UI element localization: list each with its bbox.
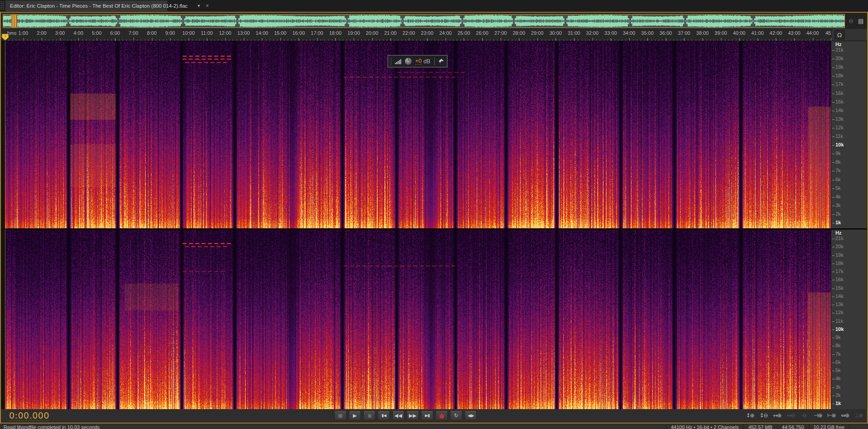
loop-button[interactable]: ↻ <box>450 410 462 420</box>
freq-label: 6k <box>835 177 841 182</box>
zoom-out-horizontal-button[interactable]: ↔⊖ <box>785 410 797 420</box>
overview-position-handle[interactable] <box>11 14 17 28</box>
overview-zoom-out-icon[interactable]: ⊖ <box>849 18 854 24</box>
freq-label: 21k <box>835 236 844 241</box>
freq-label: 8k <box>835 343 841 348</box>
skip-back-button[interactable]: ▮◀ <box>378 410 390 420</box>
gain-unit-label: dB <box>423 58 430 65</box>
ruler-label: 13:00 <box>237 30 250 36</box>
skip-mode-button[interactable]: ◀▮▶ <box>465 410 477 420</box>
zoom-out-point-button[interactable]: ⊢⊕ <box>825 410 837 420</box>
freq-label: 11k <box>835 133 843 139</box>
hud-grip[interactable] <box>389 57 392 65</box>
frequency-scale-left[interactable]: Hz21k20k19k18k17k16k15k14k13k12k11k10k9k… <box>831 41 867 228</box>
ruler-label: 35:00 <box>641 30 654 36</box>
play-button[interactable]: ▶ <box>349 410 361 420</box>
ruler-label: 41:00 <box>751 30 764 36</box>
zoom-in-point-button[interactable]: ⊣⊕ <box>812 410 824 420</box>
rewind-button[interactable]: ◀◀ <box>392 410 404 420</box>
freq-label: 7k <box>835 351 841 357</box>
freq-label: 20k <box>835 244 844 249</box>
frequency-scale-right[interactable]: Hz21k20k19k18k17k16k15k14k13k12k11k10k9k… <box>831 230 867 409</box>
ruler-label: 11:00 <box>201 30 213 36</box>
ruler-label: 28:00 <box>512 30 525 36</box>
ruler-label: 21:00 <box>384 30 397 36</box>
spectrogram-right-canvas[interactable] <box>5 230 831 409</box>
gain-value[interactable]: +0 <box>415 58 422 65</box>
panel-grip[interactable] <box>0 1 5 10</box>
stop-button[interactable]: ■ <box>334 410 346 420</box>
fast-forward-button[interactable]: ▶▶ <box>407 410 419 420</box>
freq-label: 19k <box>835 64 844 70</box>
status-free-space: 10.23 GB free <box>809 424 849 429</box>
left-gutter <box>1 41 5 228</box>
levels-icon[interactable] <box>395 59 401 64</box>
ruler-label: 1:00 <box>19 30 28 36</box>
audition-window: Editor: Eric Clapton - Time Pieces - The… <box>0 0 868 429</box>
ruler-right-box: Ω <box>831 29 867 41</box>
zoom-out-vertical-button[interactable]: ↕⊖ <box>758 410 769 420</box>
gain-knob[interactable] <box>404 57 412 65</box>
ruler-label: 34:00 <box>623 30 636 36</box>
freq-label: 7k <box>835 168 841 173</box>
freq-label: 12k <box>835 125 844 130</box>
ruler-label: 38:00 <box>696 30 709 36</box>
zoom-in-horizontal-button[interactable]: ↔⊕ <box>771 410 783 420</box>
zoom-in-vertical-button[interactable]: ↕⊕ <box>744 410 756 420</box>
freq-label: 15k <box>835 99 844 104</box>
tab-dropdown-icon[interactable]: ▼ <box>195 4 203 8</box>
record-button[interactable]: ● <box>436 410 448 420</box>
overview-strip: ⊖ ▤ <box>1 13 867 29</box>
tab-close-icon[interactable]: × <box>204 3 211 9</box>
editor-tab-title: Editor: Eric Clapton - Time Pieces - The… <box>10 3 188 9</box>
ruler-label: 14:00 <box>256 30 268 36</box>
zoom-selection-vertical-button[interactable]: ⊥⊕ <box>853 410 864 420</box>
freq-label: 14k <box>835 293 844 299</box>
transport-bar: 0:00.000 ■ ▶ ▮▮ ▮◀ ◀◀ ▶▶ ▶▮ ● ↻ ◀▮▶ ↕⊕ ↕… <box>1 409 867 423</box>
snap-magnet-button[interactable]: Ω <box>835 30 844 39</box>
ruler-label: 2:00 <box>37 30 46 36</box>
ruler-label: 32:00 <box>586 30 599 36</box>
ruler-label: 25:00 <box>458 30 470 36</box>
pause-button[interactable]: ▮▮ <box>363 410 375 420</box>
freq-label: 6k <box>835 359 841 365</box>
zoom-selection-button[interactable]: ⇔⊕ <box>839 410 851 420</box>
overview-panel-menu-icon[interactable]: ▤ <box>858 18 863 24</box>
playhead-handle[interactable] <box>1 33 9 41</box>
ruler-label: 10:00 <box>182 30 195 36</box>
status-file-size: 452.57 MB <box>743 424 777 429</box>
overview-icons: ⊖ ▤ <box>849 18 863 24</box>
editor-panel: ⊖ ▤ hms 45 1:002:003:004:005:006:007:008… <box>0 12 868 424</box>
ruler-label: 37:00 <box>678 30 691 36</box>
ruler-label: 7:00 <box>128 30 138 36</box>
freq-label: 3k <box>835 384 841 390</box>
freq-label: 19k <box>835 252 844 258</box>
spectrogram-channel-left: Hz21k20k19k18k17k16k15k14k13k12k11k10k9k… <box>1 41 867 228</box>
editor-tab[interactable]: Editor: Eric Clapton - Time Pieces - The… <box>5 0 168 11</box>
freq-label: 17k <box>835 81 844 87</box>
freq-label: 9k <box>835 151 841 156</box>
overview-waveform[interactable] <box>3 14 845 28</box>
zoom-out-full-button[interactable]: ⊖ <box>798 410 810 420</box>
freq-label: 13k <box>835 302 844 307</box>
freq-label: 17k <box>835 269 844 274</box>
ruler-label: 17:00 <box>311 30 323 36</box>
freq-label: 20k <box>835 56 844 61</box>
overview-waveform-canvas[interactable] <box>3 14 844 28</box>
freq-label: 18k <box>835 73 844 78</box>
ruler-label: 8:00 <box>147 30 157 36</box>
freq-label: 3k <box>835 203 841 208</box>
freq-label: 16k <box>835 277 844 282</box>
ruler-label: 12:00 <box>219 30 232 36</box>
ruler-label: 36:00 <box>659 30 672 36</box>
spectrogram-left-canvas[interactable] <box>5 41 831 228</box>
ruler-label: 39:00 <box>715 30 727 36</box>
pin-icon[interactable] <box>438 58 444 64</box>
current-time-display[interactable]: 0:00.000 <box>9 410 49 421</box>
ruler-label: 27:00 <box>494 30 507 36</box>
transport-buttons: ■ ▶ ▮▮ ▮◀ ◀◀ ▶▶ ▶▮ ● ↻ ◀▮▶ <box>334 410 477 420</box>
skip-forward-button[interactable]: ▶▮ <box>421 410 433 420</box>
ruler-area[interactable]: hms 45 1:002:003:004:005:006:007:008:009… <box>1 29 831 41</box>
ruler-label: 9:00 <box>166 30 175 36</box>
ruler-label: 33:00 <box>604 30 617 36</box>
